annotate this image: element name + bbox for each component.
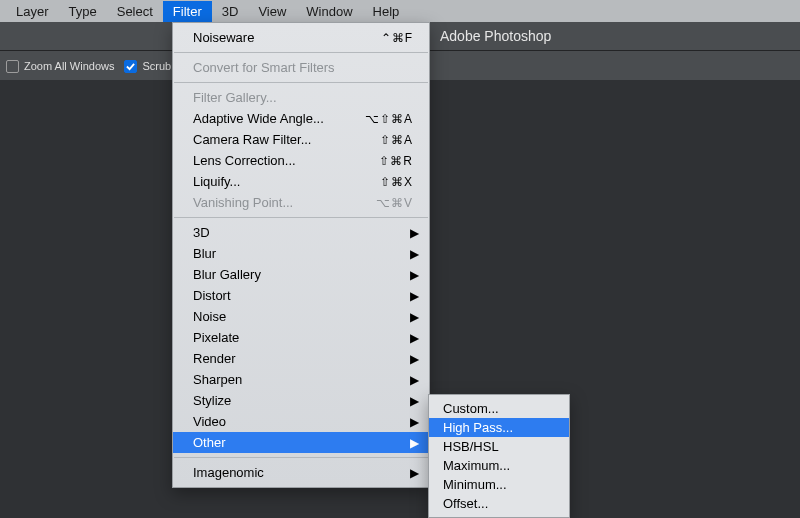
menuitem-adaptive-wide-angle[interactable]: Adaptive Wide Angle...⌥⇧⌘A (173, 108, 429, 129)
menu-filter[interactable]: Filter (163, 1, 212, 22)
submenu-arrow-icon: ▶ (410, 373, 419, 387)
menuitem-label: Video (193, 414, 226, 429)
menuitem-filter-gallery[interactable]: Filter Gallery... (173, 87, 429, 108)
checkbox-icon (124, 60, 137, 73)
submenu-item-hsb-hsl[interactable]: HSB/HSL (429, 437, 569, 456)
menubar: Layer Type Select Filter 3D View Window … (0, 0, 800, 22)
menuitem-vanishing-point[interactable]: Vanishing Point...⌥⌘V (173, 192, 429, 213)
menuitem-shortcut: ⇧⌘R (379, 154, 413, 168)
menuitem-last-filter[interactable]: Noiseware ⌃⌘F (173, 27, 429, 48)
submenu-arrow-icon: ▶ (410, 436, 419, 450)
menuitem-convert-smart-filters[interactable]: Convert for Smart Filters (173, 57, 429, 78)
menuitem-shortcut: ⌃⌘F (381, 31, 413, 45)
menuitem-shortcut: ⇧⌘X (380, 175, 413, 189)
menuitem-render[interactable]: Render▶ (173, 348, 429, 369)
menuitem-pixelate[interactable]: Pixelate▶ (173, 327, 429, 348)
submenu-arrow-icon: ▶ (410, 310, 419, 324)
menuitem-label: Noise (193, 309, 226, 324)
menuitem-label: Offset... (443, 496, 488, 511)
menuitem-distort[interactable]: Distort▶ (173, 285, 429, 306)
menuitem-label: Sharpen (193, 372, 242, 387)
menuitem-label: Pixelate (193, 330, 239, 345)
filter-menu-dropdown: Noiseware ⌃⌘F Convert for Smart Filters … (172, 22, 430, 488)
menuitem-label: Lens Correction... (193, 153, 296, 168)
menuitem-blur-gallery[interactable]: Blur Gallery▶ (173, 264, 429, 285)
menuitem-label: Minimum... (443, 477, 507, 492)
menuitem-label: Filter Gallery... (193, 90, 277, 105)
menuitem-label: HSB/HSL (443, 439, 499, 454)
menu-type[interactable]: Type (59, 1, 107, 22)
submenu-arrow-icon: ▶ (410, 352, 419, 366)
scrubby-zoom-checkbox[interactable]: Scrubb (124, 60, 177, 73)
submenu-arrow-icon: ▶ (410, 226, 419, 240)
menuitem-label: Vanishing Point... (193, 195, 293, 210)
menuitem-label: Imagenomic (193, 465, 264, 480)
menu-layer[interactable]: Layer (6, 1, 59, 22)
menuitem-label: Adaptive Wide Angle... (193, 111, 324, 126)
menuitem-stylize[interactable]: Stylize▶ (173, 390, 429, 411)
menu-separator (174, 217, 428, 218)
menuitem-label: Other (193, 435, 226, 450)
menu-separator (174, 82, 428, 83)
menuitem-label: Convert for Smart Filters (193, 60, 335, 75)
menuitem-label: Stylize (193, 393, 231, 408)
menuitem-label: Noiseware (193, 30, 254, 45)
menu-3d[interactable]: 3D (212, 1, 249, 22)
menuitem-shortcut: ⌥⌘V (376, 196, 413, 210)
menu-window[interactable]: Window (296, 1, 362, 22)
menuitem-liquify[interactable]: Liquify...⇧⌘X (173, 171, 429, 192)
submenu-arrow-icon: ▶ (410, 415, 419, 429)
submenu-arrow-icon: ▶ (410, 289, 419, 303)
menu-separator (174, 52, 428, 53)
submenu-arrow-icon: ▶ (410, 466, 419, 480)
menuitem-blur[interactable]: Blur▶ (173, 243, 429, 264)
menuitem-label: Camera Raw Filter... (193, 132, 311, 147)
menuitem-3d[interactable]: 3D▶ (173, 222, 429, 243)
menuitem-video[interactable]: Video▶ (173, 411, 429, 432)
zoom-all-windows-checkbox[interactable]: Zoom All Windows (6, 60, 114, 73)
menuitem-label: Maximum... (443, 458, 510, 473)
menuitem-other[interactable]: Other▶ (173, 432, 429, 453)
menuitem-noise[interactable]: Noise▶ (173, 306, 429, 327)
menuitem-imagenomic[interactable]: Imagenomic▶ (173, 462, 429, 483)
submenu-item-offset[interactable]: Offset... (429, 494, 569, 513)
menuitem-shortcut: ⌥⇧⌘A (365, 112, 413, 126)
submenu-item-maximum[interactable]: Maximum... (429, 456, 569, 475)
submenu-arrow-icon: ▶ (410, 331, 419, 345)
submenu-arrow-icon: ▶ (410, 247, 419, 261)
checkbox-icon (6, 60, 19, 73)
menuitem-shortcut: ⇧⌘A (380, 133, 413, 147)
menuitem-label: Blur (193, 246, 216, 261)
menuitem-label: Render (193, 351, 236, 366)
menu-help[interactable]: Help (363, 1, 410, 22)
menuitem-lens-correction[interactable]: Lens Correction...⇧⌘R (173, 150, 429, 171)
menu-select[interactable]: Select (107, 1, 163, 22)
menuitem-sharpen[interactable]: Sharpen▶ (173, 369, 429, 390)
app-title: Adobe Photoshop (440, 28, 551, 44)
menuitem-label: Blur Gallery (193, 267, 261, 282)
submenu-arrow-icon: ▶ (410, 394, 419, 408)
submenu-arrow-icon: ▶ (410, 268, 419, 282)
menuitem-camera-raw-filter[interactable]: Camera Raw Filter...⇧⌘A (173, 129, 429, 150)
menuitem-label: 3D (193, 225, 210, 240)
submenu-item-minimum[interactable]: Minimum... (429, 475, 569, 494)
submenu-item-custom[interactable]: Custom... (429, 399, 569, 418)
menuitem-label: Distort (193, 288, 231, 303)
menuitem-label: Custom... (443, 401, 499, 416)
other-submenu: Custom...High Pass...HSB/HSLMaximum...Mi… (428, 394, 570, 518)
menu-separator (174, 457, 428, 458)
submenu-item-high-pass[interactable]: High Pass... (429, 418, 569, 437)
zoom-all-windows-label: Zoom All Windows (24, 60, 114, 72)
menuitem-label: Liquify... (193, 174, 240, 189)
menuitem-label: High Pass... (443, 420, 513, 435)
menu-view[interactable]: View (248, 1, 296, 22)
